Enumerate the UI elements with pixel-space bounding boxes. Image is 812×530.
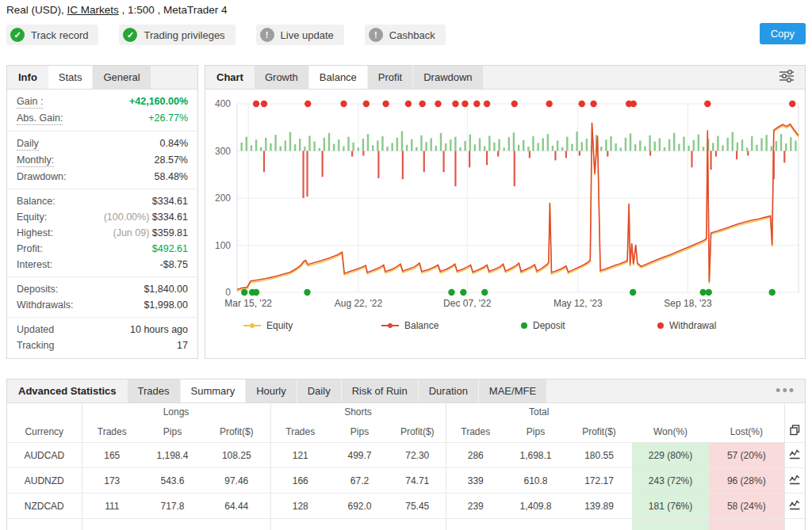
cell — [505, 519, 566, 530]
badge-track-record[interactable]: ✓Track record — [6, 25, 98, 45]
info-panel: Info Stats General Gain :+42,160.00% Abs… — [6, 65, 198, 359]
cell: 239 — [446, 494, 505, 519]
tab-daily[interactable]: Daily — [297, 379, 341, 402]
stat-value: +42,160.00% — [129, 95, 188, 108]
cell: 180.55 — [566, 443, 632, 468]
won-cell: 181 (76%) — [632, 494, 709, 519]
tab-stats[interactable]: Stats — [48, 66, 93, 89]
col-total-profit[interactable]: Profit($) — [566, 421, 632, 443]
table-row[interactable]: AUDNZD 173 543.6 97.46 166 67.2 74.71 33… — [7, 468, 805, 494]
row-chart-icon[interactable] — [784, 468, 805, 494]
tab-trades[interactable]: Trades — [128, 379, 180, 402]
check-icon: ✓ — [123, 28, 137, 42]
currency-cell: NZDCAD — [7, 494, 82, 519]
tab-growth[interactable]: Growth — [255, 66, 308, 89]
col-longs-profit[interactable]: Profit($) — [203, 421, 270, 443]
account-meta: , 1:500 , MetaTrader 4 — [119, 4, 228, 16]
stat-value-prefix: (Jun 09) — [113, 227, 149, 238]
legend-withdrawal[interactable]: Withdrawal — [657, 320, 716, 331]
won-cell — [632, 519, 709, 530]
cell: 172.17 — [566, 468, 632, 494]
tab-risk-of-ruin[interactable]: Risk of Ruin — [342, 379, 418, 402]
row-chart-icon[interactable] — [784, 443, 805, 468]
table-row[interactable]: NZDCAD 111 717.8 64.44 128 692.0 75.45 2… — [7, 494, 805, 519]
broker-link[interactable]: IC Markets — [67, 4, 119, 16]
sliders-icon — [778, 69, 795, 83]
col-total-pips[interactable]: Pips — [505, 421, 566, 443]
spacer — [632, 403, 709, 421]
tab-summary[interactable]: Summary — [181, 379, 246, 402]
more-options-icon[interactable]: ••• — [776, 379, 795, 402]
table-row-partial — [7, 519, 805, 530]
cell: 610.8 — [505, 468, 566, 494]
balance-chart[interactable]: 0100200300400Mar 15, '22Aug 22, '22Dec 0… — [205, 93, 805, 311]
stat-label: Highest: — [17, 227, 53, 239]
stat-label: Drawdown: — [17, 170, 67, 183]
stat-value: 58.48% — [155, 170, 188, 183]
col-shorts-profit[interactable]: Profit($) — [389, 421, 446, 443]
cell — [566, 519, 632, 530]
svg-text:May 12, '23: May 12, '23 — [553, 298, 603, 309]
cell: 108.25 — [203, 443, 270, 468]
col-lost[interactable]: Lost(%) — [709, 421, 784, 443]
tab-mae-mfe[interactable]: MAE/MFE — [479, 379, 546, 402]
stat-row-deposits: Deposits:$1,840.00 — [7, 281, 197, 297]
chart-panel: Chart Growth Balance Profit Drawdown 010… — [205, 65, 806, 359]
table-row[interactable]: AUDCAD 165 1,198.4 108.25 121 499.7 72.3… — [7, 443, 805, 468]
legend-balance[interactable]: Balance — [381, 320, 439, 331]
info-panel-title: Info — [7, 66, 48, 89]
tab-drawdown[interactable]: Drawdown — [413, 66, 482, 89]
stat-label: Gain : — [17, 95, 43, 109]
cell — [270, 519, 330, 530]
cell: 139.89 — [566, 494, 632, 519]
divider — [7, 276, 197, 277]
cell — [142, 519, 203, 530]
stat-row-daily: Daily0.84% — [7, 135, 197, 152]
stat-row-gain: Gain :+42,160.00% — [7, 93, 197, 110]
badge-cashback[interactable]: !Cashback — [365, 25, 446, 45]
withdrawal-dot-icon — [657, 322, 664, 329]
stat-value: 0.84% — [160, 137, 188, 150]
col-shorts-pips[interactable]: Pips — [330, 421, 389, 443]
legend-label: Equity — [266, 320, 293, 331]
row-chart-icon[interactable] — [784, 494, 805, 519]
stat-label: Updated — [17, 323, 54, 336]
badge-trading-privileges[interactable]: ✓Trading privileges — [119, 25, 235, 45]
group-total: Total — [446, 403, 632, 421]
copy-button[interactable]: Copy — [760, 23, 806, 44]
chart-settings-icon[interactable] — [778, 69, 795, 86]
svg-text:400: 400 — [215, 98, 231, 109]
tab-profit[interactable]: Profit — [368, 66, 412, 89]
stat-value: $492.61 — [152, 242, 188, 255]
badge-label: Cashback — [389, 29, 435, 41]
col-currency[interactable]: Currency — [7, 421, 82, 443]
spacer — [709, 403, 784, 421]
cell: 717.8 — [142, 494, 203, 519]
cell: 111 — [82, 494, 142, 519]
exclamation-icon: ! — [260, 28, 274, 42]
currency-cell: AUDCAD — [7, 443, 82, 468]
legend-label: Balance — [404, 320, 439, 331]
tab-general[interactable]: General — [93, 66, 150, 89]
col-longs-pips[interactable]: Pips — [142, 421, 203, 443]
svg-text:0: 0 — [225, 287, 231, 298]
badge-live-update[interactable]: !Live update — [256, 25, 344, 45]
svg-text:100: 100 — [215, 240, 231, 251]
col-won[interactable]: Won(%) — [632, 421, 709, 443]
chart-legend: Equity Balance Deposit Withdrawal — [205, 314, 805, 339]
tab-duration[interactable]: Duration — [419, 379, 478, 402]
cell — [82, 519, 142, 530]
stat-label: Withdrawals: — [17, 299, 74, 311]
exclamation-icon: ! — [369, 28, 383, 42]
col-longs-trades[interactable]: Trades — [82, 421, 142, 443]
col-total-trades[interactable]: Trades — [446, 421, 505, 443]
stat-value: (Jun 09) $359.81 — [113, 227, 188, 239]
col-shorts-trades[interactable]: Trades — [270, 421, 330, 443]
legend-deposit[interactable]: Deposit — [521, 320, 565, 331]
copy-table-icon[interactable] — [784, 421, 805, 443]
won-cell: 243 (72%) — [632, 468, 709, 494]
stat-label: Daily — [17, 137, 39, 151]
tab-hourly[interactable]: Hourly — [246, 379, 297, 402]
legend-equity[interactable]: Equity — [243, 320, 293, 331]
tab-balance[interactable]: Balance — [309, 66, 367, 89]
